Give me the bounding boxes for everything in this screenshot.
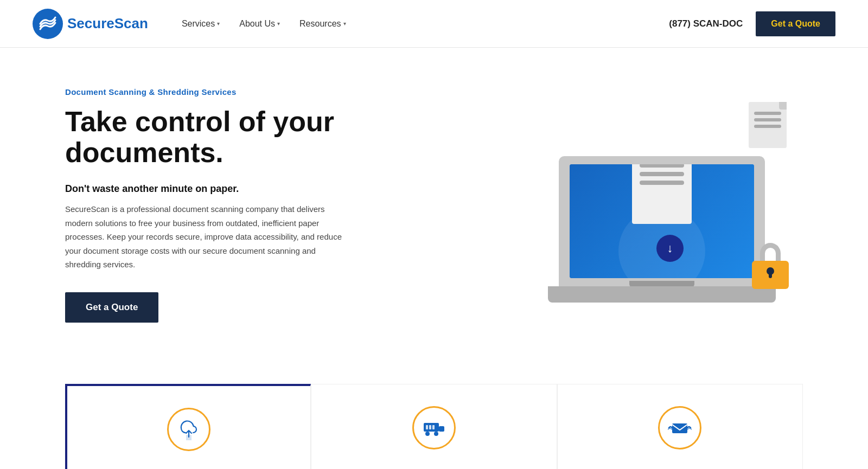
hero-title: Take control of your documents. [65, 106, 347, 168]
small-document-icon [749, 102, 787, 148]
hero-strong-text: Don't waste another minute on paper. [65, 183, 347, 195]
svg-rect-8 [432, 425, 435, 429]
hero-subtitle: Document Scanning & Shredding Services [65, 87, 347, 97]
service-card-shredding [311, 384, 557, 469]
svg-rect-3 [439, 426, 444, 432]
logo-text: SecureScan [67, 15, 148, 32]
laptop-base [548, 286, 776, 303]
nav-item-resources[interactable]: Resources ▾ [292, 15, 353, 33]
site-header: SecureScan Services ▾ About Us ▾ Resourc… [0, 0, 868, 48]
hero-section: Document Scanning & Shredding Services T… [0, 48, 868, 362]
main-nav: Services ▾ About Us ▾ Resources ▾ [174, 15, 354, 33]
service-card-scanning [65, 384, 311, 469]
header-right: (877) SCAN-DOC Get a Quote [669, 11, 835, 36]
hero-content: Document Scanning & Shredding Services T… [65, 87, 347, 323]
service-card-records [557, 384, 803, 469]
header-cta-button[interactable]: Get a Quote [756, 11, 835, 36]
lock-icon [749, 243, 792, 289]
logo-area: SecureScan Services ▾ About Us ▾ Resourc… [33, 9, 354, 39]
laptop-screen: ↓ [570, 164, 754, 278]
logo-icon[interactable] [33, 9, 63, 39]
svg-rect-7 [429, 425, 431, 429]
phone-number: (877) SCAN-DOC [669, 18, 743, 29]
nav-item-about[interactable]: About Us ▾ [232, 15, 288, 33]
mail-fast-icon [668, 418, 692, 438]
hero-illustration: ↓ [521, 91, 803, 319]
hero-description: SecureScan is a professional document sc… [65, 202, 347, 272]
chevron-down-icon: ▾ [343, 21, 346, 27]
service-icon-cloud-upload [167, 408, 210, 451]
nav-item-services[interactable]: Services ▾ [174, 15, 227, 33]
svg-rect-9 [672, 423, 687, 433]
svg-point-4 [425, 432, 430, 436]
svg-point-5 [434, 432, 438, 436]
document-icon [632, 164, 692, 224]
service-icon-shredder [412, 406, 456, 449]
svg-rect-1 [186, 435, 192, 440]
services-grid [65, 384, 803, 469]
service-icon-mail-fast [658, 406, 701, 449]
shredder-icon [423, 417, 445, 438]
download-arrow-icon: ↓ [656, 235, 684, 262]
svg-rect-6 [426, 425, 428, 429]
hero-cta-button[interactable]: Get a Quote [65, 292, 158, 323]
chevron-down-icon: ▾ [217, 21, 220, 27]
cloud-upload-icon [178, 419, 200, 440]
chevron-down-icon: ▾ [277, 21, 280, 27]
services-section [0, 362, 868, 469]
laptop-illustration: ↓ [559, 156, 765, 286]
